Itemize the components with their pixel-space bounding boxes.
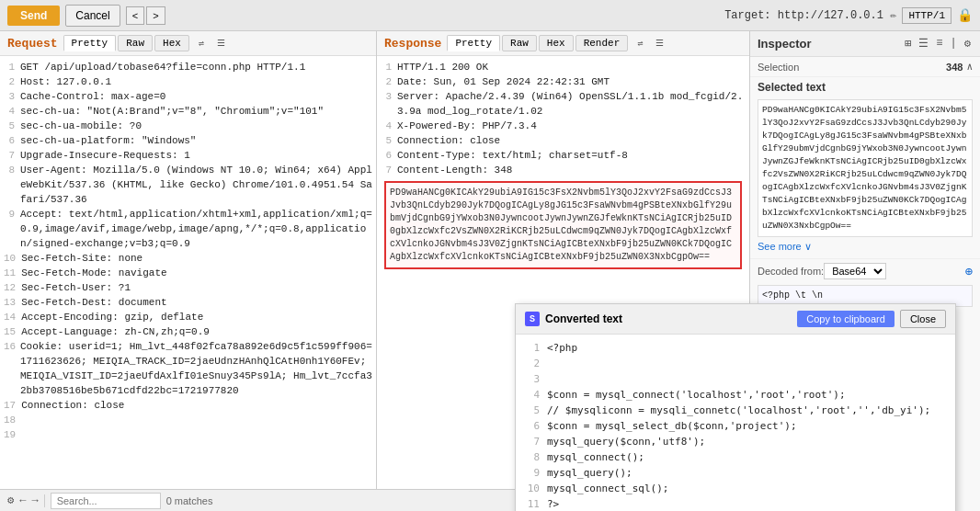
response-tab-raw[interactable]: Raw (502, 35, 537, 51)
php-code-line: 1<?php (525, 340, 946, 356)
php-code-line: 9 mysql_query(); (525, 465, 946, 481)
response-tab-hex[interactable]: Hex (539, 35, 574, 51)
converted-title: Converted text (545, 312, 622, 325)
bottom-divider (44, 494, 45, 507)
request-line: 15Accept-Language: zh-CN,zh;q=0.9 (4, 324, 372, 339)
response-header: Response Pretty Raw Hex Render ⇌ ☰ (377, 31, 749, 56)
history-forward-icon[interactable]: → (31, 494, 38, 507)
response-header-line: 4X-Powered-By: PHP/7.3.4 (381, 119, 746, 133)
inspector-icon-settings[interactable]: ⚙ (963, 35, 973, 52)
converted-header: S Converted text Copy to clipboard Close (516, 304, 955, 335)
settings-icon[interactable]: ⚙ (7, 494, 14, 507)
decoded-add-icon[interactable]: ⊕ (965, 264, 973, 279)
response-tab-pretty[interactable]: Pretty (447, 35, 500, 51)
back-button[interactable]: < (126, 6, 144, 25)
response-wrap-icon[interactable]: ⇌ (633, 36, 646, 51)
selected-text-title: Selected text (750, 77, 980, 97)
request-line: 10Sec-Fetch-Site: none (4, 251, 372, 266)
request-line: 1GET /api/upload/tobase64?file=conn.php … (4, 60, 372, 74)
inspector-icons: ⊞ ☰ ≡ | ⚙ (903, 35, 973, 52)
php-code-line: 8 mysql_connect(); (525, 449, 946, 465)
inspector-icon-divider: | (949, 35, 959, 52)
inspector-title: Inspector (758, 37, 812, 51)
request-menu-icon[interactable]: ☰ (213, 36, 229, 51)
request-header: Request Pretty Raw Hex ⇌ ☰ (0, 31, 376, 56)
history-back-icon[interactable]: ← (19, 494, 26, 507)
target-label: Target: http://127.0.0.1 ✏ (724, 8, 896, 22)
inspector-icon-align[interactable]: ≡ (934, 35, 944, 52)
decoded-dropdown[interactable]: Base64 URL HTML (824, 263, 886, 279)
response-header-line: 3Server: Apache/2.4.39 (Win64) OpenSSL/1… (381, 89, 746, 119)
edit-icon[interactable]: ✏ (890, 9, 896, 22)
converted-popup: S Converted text Copy to clipboard Close… (515, 303, 956, 511)
request-line: 18 (4, 413, 372, 427)
inspector-icon-list[interactable]: ☰ (917, 35, 930, 52)
selection-expand-icon[interactable]: ∧ (963, 61, 973, 73)
selection-count: 348 (946, 62, 963, 73)
selection-label: Selection (758, 62, 799, 73)
request-title: Request (7, 37, 58, 51)
request-tabs: Pretty Raw Hex (63, 35, 189, 51)
php-code-line: 6 $conn = mysql_select_db($conn,'project… (525, 418, 946, 434)
response-tabs: Pretty Raw Hex Render (447, 35, 628, 51)
forward-button[interactable]: > (146, 6, 165, 25)
request-line: 9Accept: text/html,application/xhtml+xml… (4, 207, 372, 251)
decoded-label: Decoded from: (758, 266, 824, 277)
selection-row: Selection 348 ∧ (750, 57, 980, 77)
response-header-line: 7Content-Length: 348 (381, 163, 746, 177)
request-line: 17Connection: close (4, 398, 372, 413)
inspector-icon-grid[interactable]: ⊞ (903, 35, 913, 52)
request-line: 13Sec-Fetch-Dest: document (4, 295, 372, 310)
request-line: 2Host: 127.0.0.1 (4, 74, 372, 89)
request-line: 11Sec-Fetch-Mode: navigate (4, 266, 372, 280)
request-line: 3Cache-Control: max-age=0 (4, 89, 372, 104)
cancel-button[interactable]: Cancel (65, 5, 120, 27)
php-code-line: 3 (525, 371, 946, 387)
response-header-line: 1HTTP/1.1 200 OK (381, 60, 746, 74)
matches-label: 0 matches (166, 495, 213, 506)
http-badge: HTTP/1 (902, 7, 952, 24)
request-tab-hex[interactable]: Hex (154, 35, 189, 51)
response-menu-icon[interactable]: ☰ (652, 36, 667, 51)
php-code-line: 4 $conn = mysql_connect('localhost','roo… (525, 387, 946, 403)
request-tab-pretty[interactable]: Pretty (63, 35, 117, 51)
request-line: 5sec-ch-ua-mobile: ?0 (4, 119, 372, 133)
response-title: Response (384, 37, 441, 51)
response-tab-render[interactable]: Render (575, 35, 629, 51)
decoded-row: Decoded from: Base64 URL HTML ⊕ (750, 258, 980, 283)
php-code-line: 11?> (525, 496, 946, 511)
request-line: 12Sec-Fetch-User: ?1 (4, 280, 372, 295)
send-button[interactable]: Send (7, 6, 60, 26)
request-line: 19 (4, 427, 372, 442)
request-line: 8User-Agent: Mozilla/5.0 (Windows NT 10.… (4, 163, 372, 207)
see-more-button[interactable]: See more ∨ (750, 239, 980, 255)
request-line: 6sec-ch-ua-platform: "Windows" (4, 133, 372, 148)
response-header-line: 2Date: Sun, 01 Sep 2024 22:42:31 GMT (381, 74, 746, 89)
request-line: 14Accept-Encoding: gzip, deflate (4, 310, 372, 324)
search-input[interactable] (51, 493, 161, 509)
request-line: 7Upgrade-Insecure-Requests: 1 (4, 148, 372, 163)
php-code-line: 2 (525, 356, 946, 371)
converted-content: 1<?php234 $conn = mysql_connect('localho… (516, 335, 955, 511)
copy-to-clipboard-button[interactable]: Copy to clipboard (797, 311, 895, 327)
php-code-line: 10 mysql_connect_sql(); (525, 481, 946, 496)
converted-icon: S (525, 312, 540, 326)
request-panel: Request Pretty Raw Hex ⇌ ☰ 1GET /api/upl… (0, 31, 377, 511)
selected-text-content: PD9waHANCg0KICAkY29ubiA9IG15c3FsX2Nvbm5l… (758, 99, 973, 237)
php-code-line: 7 mysql_query($conn,'utf8'); (525, 434, 946, 449)
inspector-header: Inspector ⊞ ☰ ≡ | ⚙ (750, 31, 980, 57)
request-wrap-icon[interactable]: ⇌ (195, 36, 208, 51)
lock-icon: 🔒 (957, 7, 973, 23)
request-line: 16Cookie: userid=1; Hm_lvt_448f02fca78a8… (4, 339, 372, 398)
request-tab-raw[interactable]: Raw (118, 35, 153, 51)
response-header-line: 6Content-Type: text/html; charset=utf-8 (381, 148, 746, 163)
base64-response-block[interactable]: PD9waHANCg0KICAkY29ubiA9IG15c3FsX2Nvbm5l… (384, 181, 742, 269)
request-content: 1GET /api/upload/tobase64?file=conn.php … (0, 56, 376, 511)
top-toolbar: Send Cancel < > Target: http://127.0.0.1… (0, 0, 980, 31)
close-button[interactable]: Close (900, 310, 946, 328)
response-header-line: 5Connection: close (381, 133, 746, 148)
nav-buttons: < > (126, 6, 165, 25)
php-code-line: 5 // $mysqliconn = mysqli_connetc('local… (525, 403, 946, 418)
request-line: 4sec-ch-ua: "Not(A:Brand";v="8", "Chromi… (4, 104, 372, 119)
